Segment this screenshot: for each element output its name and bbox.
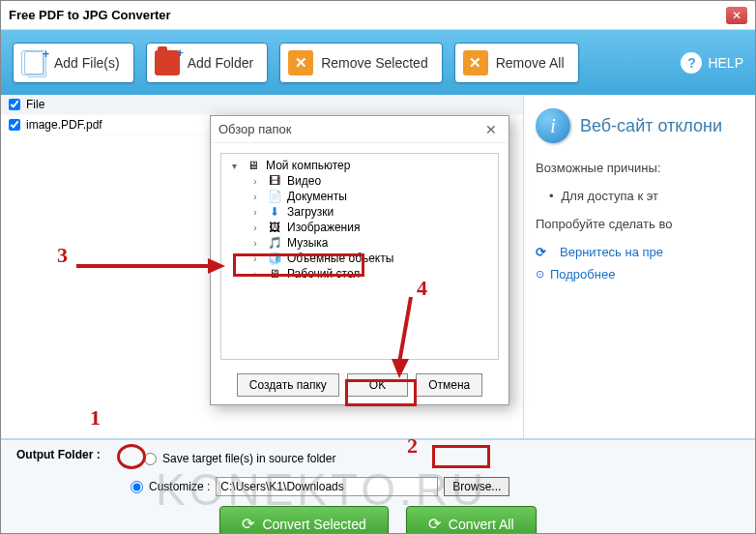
- back-link[interactable]: Вернитесь на пре: [536, 245, 743, 259]
- cancel-button[interactable]: Отмена: [416, 373, 482, 397]
- chevron-down-icon: ⊙: [536, 268, 544, 281]
- add-folder-button[interactable]: Add Folder: [146, 43, 268, 83]
- tree-item-label: Рабочий стол: [287, 267, 360, 281]
- remove-icon: [463, 50, 488, 75]
- expand-icon[interactable]: ›: [248, 238, 262, 249]
- info-icon: i: [536, 108, 570, 143]
- add-folder-label: Add Folder: [188, 55, 253, 71]
- refresh-icon: [428, 515, 441, 533]
- docs-icon: [267, 190, 282, 203]
- folder-tree[interactable]: ▾ Мой компьютер ›Видео›Документы›Загрузк…: [220, 153, 499, 360]
- tree-item[interactable]: ›Видео: [221, 173, 498, 189]
- browse-folder-dialog: Обзор папок ✕ ▾ Мой компьютер ›Видео›Док…: [210, 115, 509, 405]
- expand-icon[interactable]: ›: [248, 176, 262, 187]
- info-title: Веб-сайт отклони: [580, 116, 722, 136]
- tree-item[interactable]: ›Загрузки: [221, 204, 498, 220]
- dialog-title: Обзор папок: [218, 122, 291, 136]
- computer-icon: [246, 159, 261, 172]
- file-checkbox[interactable]: [9, 119, 20, 131]
- folder-plus-icon: [155, 50, 180, 75]
- remove-all-label: Remove All: [496, 55, 565, 71]
- output-label: Output Folder :: [16, 448, 101, 461]
- tree-item-label: Музыка: [287, 236, 328, 250]
- expand-icon[interactable]: ›: [248, 269, 262, 280]
- tree-root[interactable]: ▾ Мой компьютер: [221, 158, 498, 173]
- reason-item: Для доступа к эт: [536, 189, 743, 203]
- expand-icon[interactable]: ›: [248, 253, 262, 264]
- tree-item-label: Документы: [287, 190, 347, 203]
- titlebar: Free PDF to JPG Converter ✕: [1, 1, 755, 30]
- try-heading: Попробуйте сделать во: [536, 217, 743, 231]
- info-header: i Веб-сайт отклони: [536, 108, 743, 143]
- file-name: image.PDF.pdf: [26, 118, 102, 132]
- watermark: KONEKTO.RU: [156, 463, 487, 516]
- tree-item-label: Загрузки: [287, 205, 334, 219]
- tree-item[interactable]: ›Объемные объекты: [221, 251, 498, 266]
- music-icon: [267, 236, 282, 250]
- dialog-buttons: Создать папку OK Отмена: [211, 366, 509, 404]
- add-files-label: Add File(s): [54, 55, 120, 71]
- desk-icon: [267, 267, 282, 281]
- window-title: Free PDF to JPG Converter: [9, 8, 726, 22]
- new-folder-button[interactable]: Создать папку: [237, 373, 339, 397]
- tree-item[interactable]: ›Изображения: [221, 220, 498, 235]
- video-icon: [267, 174, 282, 188]
- expand-icon[interactable]: ▾: [227, 161, 241, 171]
- tree-item-label: Объемные объекты: [287, 252, 393, 265]
- customize-radio[interactable]: [131, 481, 143, 493]
- dialog-close-icon[interactable]: ✕: [481, 120, 501, 139]
- reasons-heading: Возможные причины:: [536, 161, 743, 175]
- file-column-header: File: [26, 98, 44, 111]
- tree-item-label: Изображения: [287, 221, 360, 234]
- dialog-titlebar: Обзор папок ✕: [211, 116, 509, 143]
- remove-icon: [288, 50, 313, 75]
- help-label: HELP: [708, 55, 743, 71]
- tree-item[interactable]: ›Рабочий стол: [221, 266, 498, 282]
- file-list-header: File: [1, 95, 523, 115]
- tree-item-label: Видео: [287, 174, 321, 188]
- remove-all-button[interactable]: Remove All: [454, 43, 579, 83]
- select-all-checkbox[interactable]: [9, 99, 20, 110]
- file-plus-icon: [21, 50, 46, 75]
- add-files-button[interactable]: Add File(s): [13, 43, 134, 83]
- more-link[interactable]: ⊙ Подробнее: [536, 267, 743, 282]
- refresh-icon: [242, 515, 254, 533]
- help-button[interactable]: ? HELP: [681, 52, 743, 74]
- down-icon: [267, 205, 282, 219]
- expand-icon[interactable]: ›: [248, 192, 262, 202]
- obj-icon: [267, 252, 282, 265]
- side-panel: i Веб-сайт отклони Возможные причины: Дл…: [523, 95, 755, 438]
- toolbar: Add File(s) Add Folder Remove Selected R…: [1, 30, 755, 95]
- tree-item[interactable]: ›Музыка: [221, 235, 498, 251]
- expand-icon[interactable]: ›: [248, 222, 262, 233]
- help-icon: ?: [681, 52, 702, 74]
- expand-icon[interactable]: ›: [248, 207, 262, 218]
- tree-item[interactable]: ›Документы: [221, 189, 498, 204]
- ok-button[interactable]: OK: [347, 373, 408, 397]
- remove-selected-label: Remove Selected: [321, 55, 428, 71]
- close-icon[interactable]: ✕: [726, 7, 747, 24]
- remove-selected-button[interactable]: Remove Selected: [279, 43, 443, 83]
- img-icon: [267, 221, 282, 234]
